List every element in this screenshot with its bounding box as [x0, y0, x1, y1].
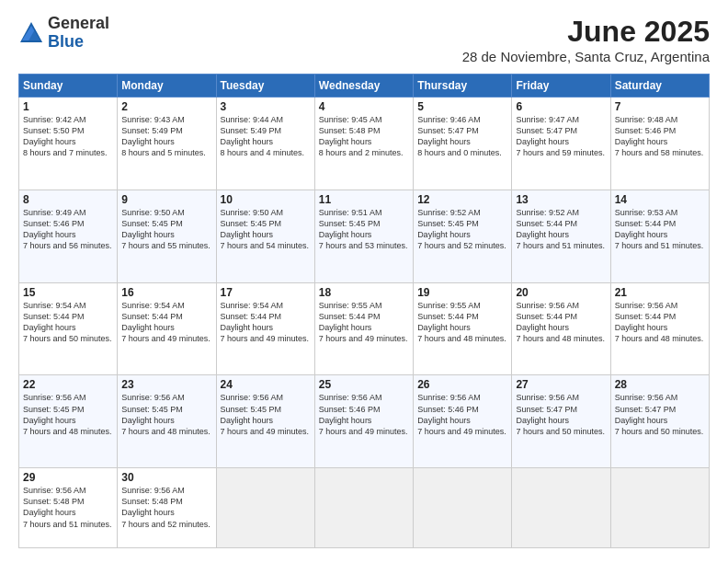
table-row: 6 Sunrise: 9:47 AM Sunset: 5:47 PM Dayli…	[512, 98, 610, 190]
day-number: 22	[23, 378, 113, 391]
table-row: 10 Sunrise: 9:50 AM Sunset: 5:45 PM Dayl…	[216, 190, 314, 282]
col-monday: Monday	[118, 75, 216, 98]
day-number: 20	[516, 286, 606, 299]
day-info: Sunrise: 9:44 AM Sunset: 5:49 PM Dayligh…	[221, 114, 311, 159]
table-row	[314, 468, 413, 548]
page: General Blue June 2025 28 de Noviembre, …	[0, 0, 728, 563]
day-info: Sunrise: 9:56 AM Sunset: 5:46 PM Dayligh…	[319, 392, 409, 437]
logo-icon	[18, 20, 44, 46]
table-row: 30 Sunrise: 9:56 AM Sunset: 5:48 PM Dayl…	[118, 468, 216, 548]
day-info: Sunrise: 9:56 AM Sunset: 5:45 PM Dayligh…	[221, 392, 311, 437]
day-info: Sunrise: 9:56 AM Sunset: 5:47 PM Dayligh…	[516, 392, 606, 437]
day-number: 16	[121, 286, 211, 299]
day-info: Sunrise: 9:48 AM Sunset: 5:46 PM Dayligh…	[615, 114, 705, 159]
day-info: Sunrise: 9:55 AM Sunset: 5:44 PM Dayligh…	[319, 300, 409, 345]
table-row: 17 Sunrise: 9:54 AM Sunset: 5:44 PM Dayl…	[216, 282, 314, 375]
col-friday: Friday	[512, 75, 610, 98]
week-row-5: 29 Sunrise: 9:56 AM Sunset: 5:48 PM Dayl…	[19, 468, 710, 548]
day-info: Sunrise: 9:50 AM Sunset: 5:45 PM Dayligh…	[221, 207, 311, 252]
day-info: Sunrise: 9:56 AM Sunset: 5:48 PM Dayligh…	[23, 485, 113, 530]
calendar-table: Sunday Monday Tuesday Wednesday Thursday…	[18, 74, 710, 548]
day-number: 25	[319, 378, 409, 391]
day-number: 3	[221, 100, 311, 113]
day-info: Sunrise: 9:52 AM Sunset: 5:45 PM Dayligh…	[417, 207, 507, 252]
day-info: Sunrise: 9:55 AM Sunset: 5:44 PM Dayligh…	[417, 300, 507, 345]
table-row	[414, 468, 512, 548]
title-block: June 2025 28 de Noviembre, Santa Cruz, A…	[462, 15, 710, 64]
day-info: Sunrise: 9:42 AM Sunset: 5:50 PM Dayligh…	[23, 114, 113, 159]
table-row: 18 Sunrise: 9:55 AM Sunset: 5:44 PM Dayl…	[314, 282, 413, 375]
day-number: 11	[319, 193, 409, 206]
day-number: 18	[319, 286, 409, 299]
day-number: 9	[121, 193, 211, 206]
header-row: Sunday Monday Tuesday Wednesday Thursday…	[19, 75, 710, 98]
day-number: 19	[417, 286, 507, 299]
table-row	[610, 468, 709, 548]
col-thursday: Thursday	[414, 75, 512, 98]
day-info: Sunrise: 9:45 AM Sunset: 5:48 PM Dayligh…	[319, 114, 409, 159]
table-row: 22 Sunrise: 9:56 AM Sunset: 5:45 PM Dayl…	[19, 375, 118, 468]
table-row: 20 Sunrise: 9:56 AM Sunset: 5:44 PM Dayl…	[512, 282, 610, 375]
calendar-title: June 2025	[462, 15, 710, 49]
table-row: 11 Sunrise: 9:51 AM Sunset: 5:45 PM Dayl…	[314, 190, 413, 282]
col-saturday: Saturday	[610, 75, 709, 98]
day-number: 10	[221, 193, 311, 206]
day-number: 8	[23, 193, 113, 206]
day-info: Sunrise: 9:56 AM Sunset: 5:48 PM Dayligh…	[121, 485, 211, 530]
day-number: 24	[221, 378, 311, 391]
table-row: 1 Sunrise: 9:42 AM Sunset: 5:50 PM Dayli…	[19, 98, 118, 190]
day-number: 23	[121, 378, 211, 391]
day-number: 1	[23, 100, 113, 113]
day-info: Sunrise: 9:54 AM Sunset: 5:44 PM Dayligh…	[23, 300, 113, 345]
table-row: 28 Sunrise: 9:56 AM Sunset: 5:47 PM Dayl…	[610, 375, 709, 468]
table-row: 8 Sunrise: 9:49 AM Sunset: 5:46 PM Dayli…	[19, 190, 118, 282]
table-row: 14 Sunrise: 9:53 AM Sunset: 5:44 PM Dayl…	[610, 190, 709, 282]
day-info: Sunrise: 9:49 AM Sunset: 5:46 PM Dayligh…	[23, 207, 113, 252]
day-info: Sunrise: 9:47 AM Sunset: 5:47 PM Dayligh…	[516, 114, 606, 159]
day-number: 5	[417, 100, 507, 113]
table-row: 16 Sunrise: 9:54 AM Sunset: 5:44 PM Dayl…	[118, 282, 216, 375]
day-number: 28	[615, 378, 705, 391]
table-row: 13 Sunrise: 9:52 AM Sunset: 5:44 PM Dayl…	[512, 190, 610, 282]
day-number: 30	[121, 471, 211, 484]
day-number: 17	[221, 286, 311, 299]
day-info: Sunrise: 9:43 AM Sunset: 5:49 PM Dayligh…	[121, 114, 211, 159]
table-row: 3 Sunrise: 9:44 AM Sunset: 5:49 PM Dayli…	[216, 98, 314, 190]
day-info: Sunrise: 9:53 AM Sunset: 5:44 PM Dayligh…	[615, 207, 705, 252]
day-number: 27	[516, 378, 606, 391]
day-number: 6	[516, 100, 606, 113]
col-wednesday: Wednesday	[314, 75, 413, 98]
table-row: 5 Sunrise: 9:46 AM Sunset: 5:47 PM Dayli…	[414, 98, 512, 190]
table-row: 23 Sunrise: 9:56 AM Sunset: 5:45 PM Dayl…	[118, 375, 216, 468]
table-row: 7 Sunrise: 9:48 AM Sunset: 5:46 PM Dayli…	[610, 98, 709, 190]
table-row	[216, 468, 314, 548]
day-info: Sunrise: 9:56 AM Sunset: 5:44 PM Dayligh…	[615, 300, 705, 345]
day-info: Sunrise: 9:56 AM Sunset: 5:45 PM Dayligh…	[23, 392, 113, 437]
day-number: 29	[23, 471, 113, 484]
table-row: 4 Sunrise: 9:45 AM Sunset: 5:48 PM Dayli…	[314, 98, 413, 190]
day-number: 21	[615, 286, 705, 299]
table-row: 25 Sunrise: 9:56 AM Sunset: 5:46 PM Dayl…	[314, 375, 413, 468]
day-info: Sunrise: 9:50 AM Sunset: 5:45 PM Dayligh…	[121, 207, 211, 252]
logo-text: General Blue	[48, 15, 109, 52]
day-info: Sunrise: 9:56 AM Sunset: 5:47 PM Dayligh…	[615, 392, 705, 437]
table-row: 15 Sunrise: 9:54 AM Sunset: 5:44 PM Dayl…	[19, 282, 118, 375]
week-row-4: 22 Sunrise: 9:56 AM Sunset: 5:45 PM Dayl…	[19, 375, 710, 468]
day-number: 12	[417, 193, 507, 206]
day-info: Sunrise: 9:51 AM Sunset: 5:45 PM Dayligh…	[319, 207, 409, 252]
day-number: 14	[615, 193, 705, 206]
col-tuesday: Tuesday	[216, 75, 314, 98]
table-row: 19 Sunrise: 9:55 AM Sunset: 5:44 PM Dayl…	[414, 282, 512, 375]
day-info: Sunrise: 9:56 AM Sunset: 5:44 PM Dayligh…	[516, 300, 606, 345]
day-info: Sunrise: 9:54 AM Sunset: 5:44 PM Dayligh…	[121, 300, 211, 345]
table-row: 27 Sunrise: 9:56 AM Sunset: 5:47 PM Dayl…	[512, 375, 610, 468]
table-row: 12 Sunrise: 9:52 AM Sunset: 5:45 PM Dayl…	[414, 190, 512, 282]
table-row	[512, 468, 610, 548]
header: General Blue June 2025 28 de Noviembre, …	[18, 15, 710, 64]
day-info: Sunrise: 9:56 AM Sunset: 5:46 PM Dayligh…	[417, 392, 507, 437]
day-number: 13	[516, 193, 606, 206]
day-number: 7	[615, 100, 705, 113]
logo-general: General	[48, 14, 109, 32]
day-number: 26	[417, 378, 507, 391]
table-row: 24 Sunrise: 9:56 AM Sunset: 5:45 PM Dayl…	[216, 375, 314, 468]
